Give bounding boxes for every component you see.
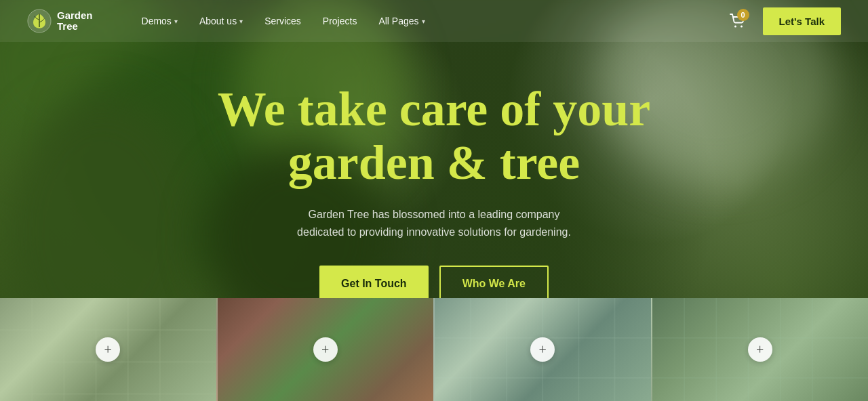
gallery-item-4[interactable]: + — [651, 298, 869, 401]
nav-right: 0 Let's Talk — [725, 7, 841, 35]
logo-text: Garden Tree — [57, 10, 93, 33]
get-in-touch-button[interactable]: Get In Touch — [319, 266, 429, 302]
nav-demos[interactable]: Demos ▾ — [134, 10, 186, 32]
about-chevron-icon: ▾ — [239, 18, 243, 25]
cart-count-badge: 0 — [737, 9, 749, 21]
nav-projects[interactable]: Projects — [315, 10, 366, 32]
hero-subtitle: Garden Tree has blossomed into a leading… — [292, 206, 576, 240]
who-we-are-button[interactable]: Who We Are — [439, 266, 549, 302]
hero-title: We take care of your garden & tree — [218, 83, 651, 190]
gallery-plus-1[interactable]: + — [96, 337, 120, 362]
logo-icon — [27, 9, 52, 33]
hero-content: We take care of your garden & tree Garde… — [0, 42, 868, 302]
navbar: Garden Tree Demos ▾ About us ▾ Services … — [0, 0, 868, 42]
gallery-item-1[interactable]: + — [0, 298, 216, 401]
svg-point-1 — [734, 26, 736, 28]
gallery-strip: + + + + — [0, 298, 868, 401]
allpages-chevron-icon: ▾ — [422, 18, 425, 25]
nav-about[interactable]: About us ▾ — [191, 10, 251, 32]
logo[interactable]: Garden Tree — [27, 9, 93, 33]
gallery-plus-3[interactable]: + — [530, 337, 555, 362]
lets-talk-button[interactable]: Let's Talk — [763, 7, 841, 35]
gallery-item-2[interactable]: + — [216, 298, 434, 401]
svg-point-2 — [741, 26, 743, 28]
nav-services[interactable]: Services — [256, 10, 309, 32]
demos-chevron-icon: ▾ — [174, 18, 178, 25]
nav-all-pages[interactable]: All Pages ▾ — [370, 10, 433, 32]
gallery-plus-2[interactable]: + — [313, 337, 338, 362]
gallery-plus-4[interactable]: + — [748, 337, 772, 362]
cart-button[interactable]: 0 — [725, 9, 749, 33]
gallery-item-3[interactable]: + — [433, 298, 651, 401]
nav-links: Demos ▾ About us ▾ Services Projects All… — [134, 10, 725, 32]
hero-buttons: Get In Touch Who We Are — [319, 266, 549, 302]
